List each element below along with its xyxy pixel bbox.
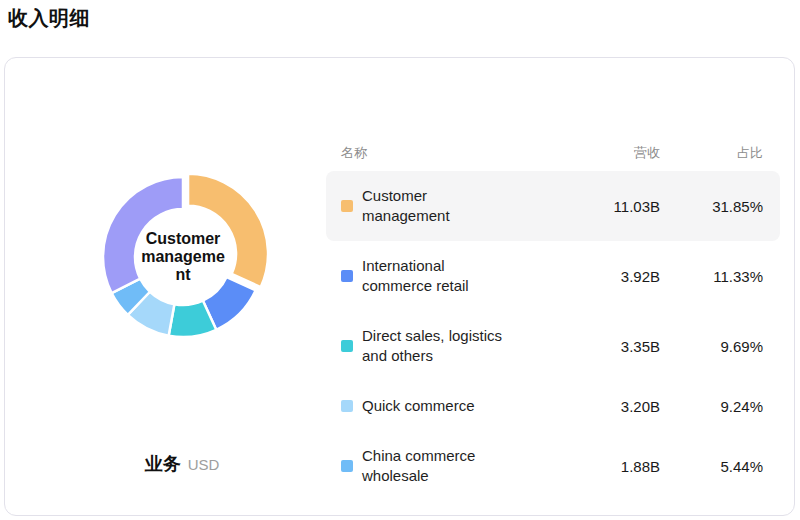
series-name-label: 业务 [145, 454, 181, 474]
row-revenue: 3.35B [504, 338, 660, 355]
legend-swatch-icon [341, 340, 353, 352]
column-header-name: 名称 [341, 144, 550, 162]
row-name: Quick commerce [362, 396, 504, 416]
legend-swatch-icon [341, 400, 353, 412]
row-share: 5.44% [660, 458, 763, 475]
row-share: 11.33% [660, 268, 763, 285]
legend-swatch-icon [341, 200, 353, 212]
series-unit-label: USD [188, 456, 220, 473]
row-name: Other [362, 516, 504, 520]
row-share: 9.69% [660, 338, 763, 355]
row-share: 9.24% [660, 398, 763, 415]
table-row[interactable]: Other11.24B32.45% [326, 501, 780, 520]
row-name: China commerce wholesale [362, 446, 504, 486]
row-name: Customer management [362, 186, 504, 226]
table-row[interactable]: Quick commerce3.20B9.24% [326, 381, 780, 431]
legend-swatch-icon [341, 270, 353, 282]
revenue-table: 名称 营收 占比 Customer management11.03B31.85%… [326, 134, 780, 520]
revenue-detail-panel: 收入明细 Customer manageme nt 业务USD 名称 营收 占比… [0, 0, 800, 520]
table-row[interactable]: China commerce wholesale1.88B5.44% [326, 431, 780, 501]
row-share: 31.85% [660, 198, 763, 215]
donut-slice[interactable] [188, 174, 268, 287]
row-revenue: 3.92B [504, 268, 660, 285]
row-name: International commerce retail [362, 256, 504, 296]
row-revenue: 1.88B [504, 458, 660, 475]
table-row[interactable]: Direct sales, logistics and others3.35B9… [326, 311, 780, 381]
revenue-card: Customer manageme nt 业务USD 名称 营收 占比 Cust… [4, 57, 795, 516]
chart-footer: 业务USD [77, 452, 287, 476]
donut-chart-area: Customer manageme nt [81, 155, 285, 359]
row-revenue: 3.20B [504, 398, 660, 415]
donut-chart[interactable] [81, 155, 285, 359]
donut-slice[interactable] [103, 177, 183, 293]
table-row[interactable]: International commerce retail3.92B11.33% [326, 241, 780, 311]
page-title: 收入明细 [8, 5, 90, 32]
row-name: Direct sales, logistics and others [362, 326, 504, 366]
column-header-share: 占比 [660, 144, 763, 162]
table-row[interactable]: Customer management11.03B31.85% [326, 171, 780, 241]
column-header-revenue: 营收 [550, 144, 660, 162]
revenue-table-header: 名称 营收 占比 [326, 134, 780, 171]
legend-swatch-icon [341, 460, 353, 472]
revenue-table-body: Customer management11.03B31.85%Internati… [326, 171, 780, 520]
row-revenue: 11.03B [504, 198, 660, 215]
